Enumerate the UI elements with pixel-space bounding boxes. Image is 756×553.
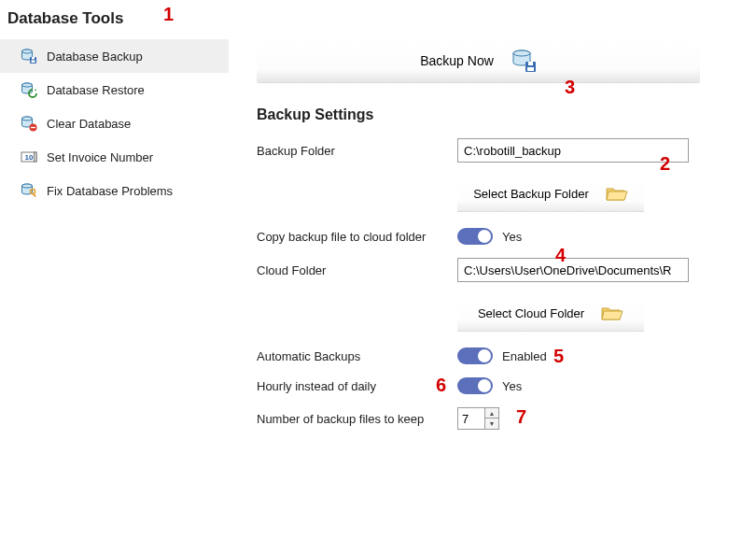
backup-folder-label: Backup Folder — [257, 144, 457, 158]
select-backup-folder-button[interactable]: Select Backup Folder — [457, 176, 644, 211]
svg-point-8 — [22, 117, 33, 121]
hourly-label: Hourly instead of daily — [257, 379, 457, 393]
copy-to-cloud-toggle[interactable] — [457, 228, 493, 245]
sidebar-item-label: Set Invoice Number — [47, 150, 153, 164]
sidebar-item-clear-database[interactable]: Clear Database — [0, 106, 229, 140]
hourly-value: Yes — [502, 379, 522, 393]
svg-rect-4 — [32, 61, 35, 64]
backup-now-button[interactable]: Backup Now — [257, 39, 700, 82]
svg-point-19 — [513, 50, 530, 56]
sidebar-item-fix-database-problems[interactable]: Fix Database Problems — [0, 174, 229, 207]
folder-open-icon — [601, 305, 623, 321]
database-clear-icon — [21, 115, 37, 132]
sidebar-item-database-restore[interactable]: Database Restore — [0, 73, 229, 106]
annotation-5: 5 — [553, 346, 564, 367]
main-panel: Backup Now 3 Backup Settings Backup Fold… — [229, 35, 756, 443]
svg-rect-3 — [32, 57, 35, 60]
spinner-up-button[interactable]: ▲ — [485, 408, 498, 418]
cloud-folder-input[interactable] — [457, 258, 689, 282]
cloud-folder-label: Cloud Folder — [257, 263, 457, 277]
database-restore-icon — [21, 81, 37, 98]
page-title: Database Tools — [0, 0, 756, 35]
database-fix-icon — [21, 182, 37, 199]
automatic-backups-value: Enabled — [502, 349, 547, 363]
svg-text:10: 10 — [25, 153, 34, 162]
keep-count-spinner[interactable]: ▲ ▼ — [457, 407, 499, 430]
svg-rect-10 — [31, 127, 35, 128]
backup-folder-input[interactable] — [457, 138, 689, 163]
copy-to-cloud-value: Yes — [502, 230, 522, 244]
database-save-icon — [511, 49, 537, 73]
hourly-toggle[interactable] — [457, 377, 493, 394]
database-backup-icon — [21, 48, 37, 64]
sidebar: Database Backup 1 Database Restore — [0, 35, 229, 443]
invoice-number-icon: 10 — [21, 149, 37, 165]
select-cloud-folder-button[interactable]: Select Cloud Folder — [457, 295, 644, 331]
svg-point-1 — [22, 50, 33, 53]
svg-point-6 — [22, 83, 33, 87]
sidebar-item-label: Clear Database — [47, 117, 131, 131]
sidebar-item-label: Database Restore — [47, 83, 145, 97]
svg-rect-13 — [35, 152, 37, 162]
section-heading: Backup Settings — [257, 106, 700, 123]
automatic-backups-label: Automatic Backups — [257, 349, 457, 363]
svg-rect-21 — [528, 62, 533, 65]
spinner-down-button[interactable]: ▼ — [485, 418, 498, 429]
select-cloud-folder-label: Select Cloud Folder — [478, 306, 584, 320]
sidebar-item-label: Fix Database Problems — [47, 184, 173, 198]
svg-rect-22 — [527, 67, 534, 71]
copy-to-cloud-label: Copy backup file to cloud folder — [257, 230, 457, 244]
svg-point-15 — [22, 184, 33, 188]
select-backup-folder-label: Select Backup Folder — [473, 187, 589, 201]
backup-now-label: Backup Now — [420, 53, 494, 68]
annotation-7: 7 — [516, 406, 526, 428]
sidebar-item-set-invoice-number[interactable]: 10 Set Invoice Number — [0, 140, 229, 174]
sidebar-item-label: Database Backup — [47, 50, 143, 64]
automatic-backups-toggle[interactable] — [457, 347, 493, 364]
folder-open-icon — [606, 185, 628, 202]
sidebar-item-database-backup[interactable]: Database Backup 1 — [0, 39, 229, 73]
keep-count-label: Number of backup files to keep — [257, 412, 457, 426]
keep-count-input[interactable] — [458, 408, 484, 429]
